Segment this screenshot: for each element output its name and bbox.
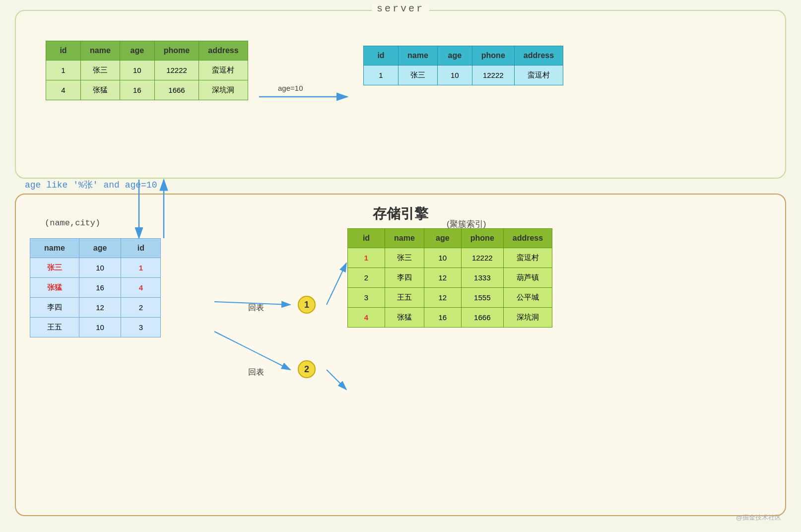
server-left-table: id name age phome address 1 张三 10 12222 …	[46, 41, 248, 100]
badge-1: 1	[298, 296, 316, 314]
table-row: 2 李四 12 1333 葫芦镇	[348, 268, 552, 288]
table-row: 张三 10 1	[30, 258, 161, 278]
table-row: 王五 10 3	[30, 318, 161, 337]
table-row: 1 张三 10 12222 蛮逗村	[364, 66, 563, 85]
badge-2: 2	[298, 360, 316, 378]
col-header-id: id	[46, 41, 81, 61]
cluster-index-table: id name age phone address 1 张三 10 12222 …	[347, 228, 552, 328]
col-header-address: address	[514, 46, 563, 66]
server-label: server	[372, 3, 429, 14]
table-row: 4 张猛 16 1666 深坑洞	[348, 308, 552, 328]
col-header-id: id	[364, 46, 399, 66]
huitabel-label-2: 回表	[248, 367, 264, 378]
main-container: server id name age phome address 1 张三	[0, 0, 801, 532]
col-header-phome: phome	[154, 41, 199, 61]
table-row: 1 张三 10 12222 蛮逗村	[348, 248, 552, 268]
col-header-address: address	[199, 41, 248, 61]
server-right-table: id name age phone address 1 张三 10 12222 …	[363, 46, 563, 85]
table-row: 4 张猛 16 1666 深坑洞	[46, 80, 248, 100]
server-box: server id name age phome address 1 张三	[15, 10, 786, 179]
huitabel-label-1: 回表	[248, 303, 264, 313]
watermark: @掘金技术社区	[736, 513, 781, 522]
index-table: name age id 张三 10 1 张猛 16 4 李四 1	[30, 238, 161, 337]
name-city-label: (name,city)	[45, 218, 100, 228]
table-row: 张猛 16 4	[30, 278, 161, 298]
col-header-name: name	[399, 46, 438, 66]
table-row: 3 王五 12 1555 公平城	[348, 288, 552, 308]
col-header-name: name	[81, 41, 120, 61]
table-row: 1 张三 10 12222 蛮逗村	[46, 61, 248, 80]
col-header-age: age	[437, 46, 472, 66]
col-header-age: age	[120, 41, 154, 61]
table-row: 李四 12 2	[30, 298, 161, 318]
storage-label: 存储引擎	[373, 204, 428, 223]
query-label: age like '%张' and age=10	[25, 179, 157, 191]
col-header-phone: phone	[472, 46, 514, 66]
